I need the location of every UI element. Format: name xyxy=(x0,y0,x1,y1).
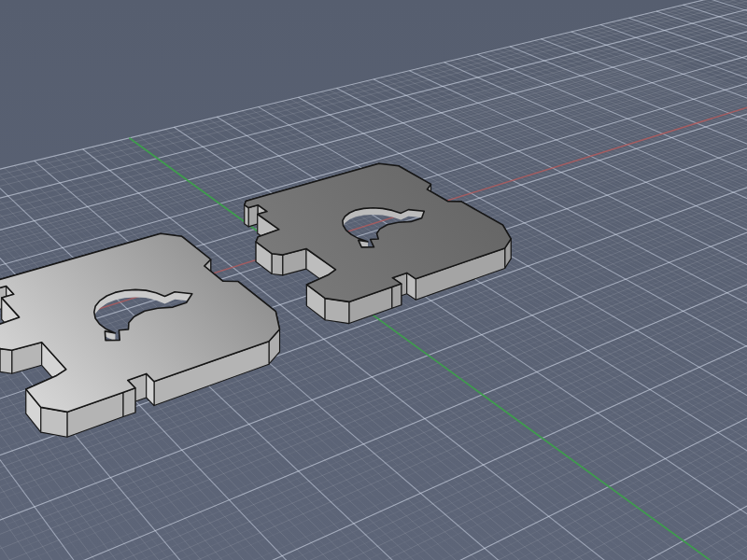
cad-viewport[interactable] xyxy=(0,0,747,560)
plate-side-face xyxy=(248,205,258,227)
plate-side-face xyxy=(392,284,402,308)
plate-side-face xyxy=(272,254,283,275)
scene-canvas[interactable] xyxy=(0,0,747,560)
plate-side-face xyxy=(0,349,12,374)
plate-right[interactable] xyxy=(245,163,511,323)
scene-objects xyxy=(0,163,511,437)
plate-side-face xyxy=(325,299,349,324)
plate-left[interactable] xyxy=(0,233,280,437)
